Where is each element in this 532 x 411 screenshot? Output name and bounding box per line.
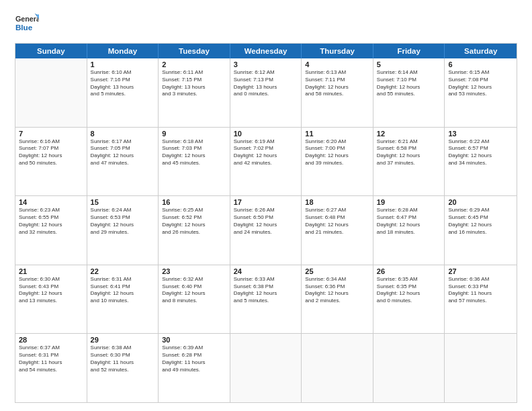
day-number: 18 <box>305 198 369 206</box>
cell-line: Sunrise: 6:36 AM <box>448 276 513 283</box>
day-cell-28: 28Sunrise: 6:37 AMSunset: 6:31 PMDayligh… <box>15 334 87 402</box>
empty-cell <box>302 334 373 402</box>
cell-line: Sunset: 7:15 PM <box>162 77 226 84</box>
cell-line: and 26 minutes. <box>162 229 226 236</box>
empty-cell <box>15 58 87 127</box>
header-day-saturday: Saturday <box>445 44 517 58</box>
cell-line: Sunset: 6:45 PM <box>448 214 513 222</box>
day-cell-6: 6Sunrise: 6:15 AMSunset: 7:08 PMDaylight… <box>445 58 517 127</box>
cell-line: Sunset: 7:11 PM <box>305 77 369 84</box>
day-number: 20 <box>448 198 513 206</box>
day-number: 8 <box>91 130 155 138</box>
cell-line: Sunrise: 6:30 AM <box>19 276 83 283</box>
header-day-tuesday: Tuesday <box>159 44 230 58</box>
cell-line: Sunrise: 6:34 AM <box>305 276 369 283</box>
week-row-2: 14Sunrise: 6:23 AMSunset: 6:55 PMDayligh… <box>15 195 517 265</box>
cell-line: Daylight: 12 hours <box>305 152 369 160</box>
day-cell-13: 13Sunrise: 6:22 AMSunset: 6:57 PMDayligh… <box>445 128 517 196</box>
cell-line: and 16 minutes. <box>448 229 513 236</box>
cell-line: and 53 minutes. <box>448 91 513 98</box>
cell-line: Daylight: 11 hours <box>162 359 226 367</box>
day-cell-18: 18Sunrise: 6:27 AMSunset: 6:48 PMDayligh… <box>302 196 373 265</box>
empty-cell <box>445 334 517 402</box>
day-number: 13 <box>448 130 513 138</box>
header-day-thursday: Thursday <box>302 44 373 58</box>
cell-line: Daylight: 12 hours <box>19 152 83 160</box>
day-number: 6 <box>448 60 513 68</box>
cell-line: Sunset: 6:28 PM <box>162 352 226 359</box>
cell-line: Sunrise: 6:24 AM <box>91 207 155 214</box>
cell-line: Daylight: 12 hours <box>448 84 513 91</box>
calendar: SundayMondayTuesdayWednesdayThursdayFrid… <box>15 43 517 403</box>
cell-line: Sunrise: 6:17 AM <box>91 138 155 146</box>
day-number: 28 <box>19 336 83 344</box>
cell-line: Sunset: 6:41 PM <box>91 283 155 291</box>
day-cell-7: 7Sunrise: 6:16 AMSunset: 7:07 PMDaylight… <box>15 128 87 196</box>
cell-line: Sunrise: 6:25 AM <box>162 207 226 214</box>
cell-line: Sunset: 6:43 PM <box>19 283 83 291</box>
cell-line: Sunrise: 6:32 AM <box>162 276 226 283</box>
day-cell-17: 17Sunrise: 6:26 AMSunset: 6:50 PMDayligh… <box>230 196 302 265</box>
cell-line: Sunrise: 6:18 AM <box>162 138 226 146</box>
day-number: 19 <box>377 198 441 206</box>
cell-line: Sunrise: 6:10 AM <box>91 69 155 77</box>
cell-line: and 50 minutes. <box>19 160 83 167</box>
cell-line: and 45 minutes. <box>162 160 226 167</box>
day-cell-3: 3Sunrise: 6:12 AMSunset: 7:13 PMDaylight… <box>230 58 302 127</box>
week-row-0: 1Sunrise: 6:10 AMSunset: 7:16 PMDaylight… <box>15 58 517 127</box>
cell-line: and 8 minutes. <box>162 298 226 305</box>
cell-line: Daylight: 12 hours <box>448 152 513 160</box>
day-number: 29 <box>91 336 155 344</box>
cell-line: Sunrise: 6:28 AM <box>377 207 441 214</box>
cell-line: Sunset: 6:40 PM <box>162 283 226 291</box>
cell-line: Daylight: 13 hours <box>234 84 298 91</box>
cell-line: and 10 minutes. <box>91 298 155 305</box>
cell-line: Sunset: 7:08 PM <box>448 77 513 84</box>
header-day-sunday: Sunday <box>15 44 87 58</box>
day-cell-24: 24Sunrise: 6:33 AMSunset: 6:38 PMDayligh… <box>230 265 302 334</box>
day-number: 16 <box>162 198 226 206</box>
cell-line: and 0 minutes. <box>377 298 441 305</box>
day-number: 23 <box>162 267 226 275</box>
cell-line: Daylight: 12 hours <box>305 222 369 229</box>
cell-line: Sunset: 6:55 PM <box>19 214 83 222</box>
day-cell-10: 10Sunrise: 6:19 AMSunset: 7:02 PMDayligh… <box>230 128 302 196</box>
cell-line: and 18 minutes. <box>377 229 441 236</box>
cell-line: Sunset: 6:47 PM <box>377 214 441 222</box>
cell-line: and 29 minutes. <box>91 229 155 236</box>
cell-line: Daylight: 12 hours <box>234 152 298 160</box>
cell-line: and 52 minutes. <box>91 367 155 374</box>
cell-line: and 39 minutes. <box>305 160 369 167</box>
day-number: 10 <box>234 130 298 138</box>
cell-line: and 55 minutes. <box>377 91 441 98</box>
day-number: 22 <box>91 267 155 275</box>
cell-line: and 3 minutes. <box>162 91 226 98</box>
cell-line: Sunrise: 6:39 AM <box>162 345 226 352</box>
cell-line: Daylight: 11 hours <box>448 290 513 298</box>
day-number: 30 <box>162 336 226 344</box>
cell-line: Sunrise: 6:37 AM <box>19 345 83 352</box>
cell-line: Daylight: 12 hours <box>91 290 155 298</box>
day-number: 25 <box>305 267 369 275</box>
cell-line: and 13 minutes. <box>19 298 83 305</box>
week-row-4: 28Sunrise: 6:37 AMSunset: 6:31 PMDayligh… <box>15 333 517 402</box>
header-day-monday: Monday <box>87 44 159 58</box>
cell-line: Sunrise: 6:20 AM <box>305 138 369 146</box>
cell-line: and 24 minutes. <box>234 229 298 236</box>
cell-line: and 49 minutes. <box>162 367 226 374</box>
cell-line: Sunset: 6:58 PM <box>377 145 441 152</box>
cell-line: and 42 minutes. <box>234 160 298 167</box>
cell-line: Daylight: 12 hours <box>19 222 83 229</box>
cell-line: Daylight: 12 hours <box>19 290 83 298</box>
day-number: 26 <box>377 267 441 275</box>
day-cell-15: 15Sunrise: 6:24 AMSunset: 6:53 PMDayligh… <box>87 196 159 265</box>
day-number: 4 <box>305 60 369 68</box>
cell-line: Daylight: 12 hours <box>305 290 369 298</box>
day-number: 11 <box>305 130 369 138</box>
header-day-wednesday: Wednesday <box>230 44 302 58</box>
cell-line: Sunset: 6:48 PM <box>305 214 369 222</box>
cell-line: Daylight: 13 hours <box>162 84 226 91</box>
cell-line: Sunset: 6:57 PM <box>448 145 513 152</box>
day-cell-22: 22Sunrise: 6:31 AMSunset: 6:41 PMDayligh… <box>87 265 159 334</box>
cell-line: Daylight: 12 hours <box>91 222 155 229</box>
